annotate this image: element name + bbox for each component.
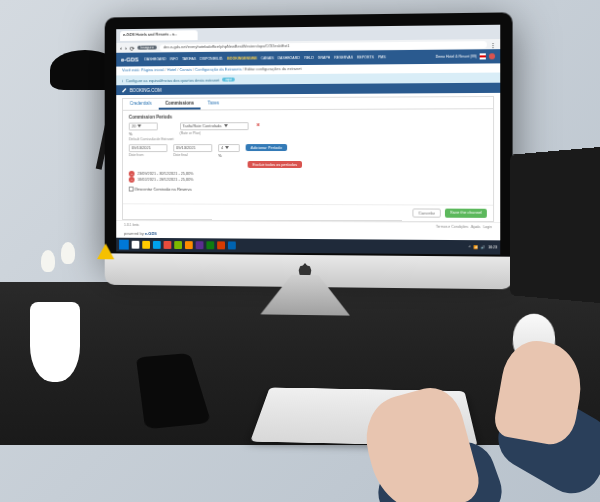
date-from-input[interactable]: 09/13/2021 xyxy=(129,144,168,152)
user-hotel-label[interactable]: Demo Hotel & Resort (99) xyxy=(435,54,476,58)
cancel-button[interactable]: Cancelar xyxy=(412,208,440,217)
period-value-select[interactable]: 4 xyxy=(218,144,240,152)
chevron-down-icon xyxy=(224,125,228,128)
taskbar-icon[interactable] xyxy=(185,241,193,249)
taskbar-icon[interactable] xyxy=(142,241,150,249)
windows-taskbar: ^ 📶 🔊 16:23 xyxy=(116,238,500,255)
chevron-down-icon xyxy=(225,147,229,150)
taskbar-icon[interactable] xyxy=(164,241,172,249)
nav-canais[interactable]: CANAIS xyxy=(261,56,274,60)
remove-period-icon[interactable]: – xyxy=(129,177,135,183)
nav-tarifas[interactable]: TARIFAS xyxy=(182,57,196,61)
info-link[interactable]: aqui xyxy=(222,78,234,82)
nav-pms[interactable]: PMS xyxy=(378,55,386,59)
start-button[interactable] xyxy=(119,240,129,250)
remove-rateplan-icon[interactable]: ✖ xyxy=(254,122,262,127)
discount-checkbox-label: Descontar Comissão na Reserva xyxy=(135,187,192,192)
security-badge[interactable]: Inseguro xyxy=(137,46,156,50)
discount-checkbox[interactable] xyxy=(129,187,134,192)
commission-periods-heading: Commission Periods xyxy=(129,113,487,119)
nav-disponibilidade[interactable]: DISPONIBILID. xyxy=(200,57,224,61)
breadcrumb-canais[interactable]: Canais xyxy=(180,67,192,72)
locale-flag-icon[interactable] xyxy=(480,53,486,59)
tab-commissions[interactable]: Commissions xyxy=(158,99,200,110)
main-nav: DASHBOARD INFO TARIFAS DISPONIBILID. BOO… xyxy=(145,55,430,62)
nav-bookingengine[interactable]: BOOKINGENGINE xyxy=(227,56,257,60)
breadcrumb-current: Editar configurações da extranet xyxy=(245,66,302,71)
brand-logo[interactable]: e-GDS xyxy=(121,57,139,63)
taskbar-icon[interactable] xyxy=(206,241,214,249)
taskbar-icon[interactable] xyxy=(196,241,204,249)
date-to-input[interactable]: 09/13/2021 xyxy=(173,144,212,152)
tab-taxes[interactable]: Taxes xyxy=(201,98,226,109)
info-text: Configure as equivalências dos quartos d… xyxy=(126,77,220,83)
nav-dashboard[interactable]: DASHBOARD xyxy=(145,57,166,61)
period-text: 23/09/2021 - 30/12/2021 - 25,00% xyxy=(137,172,193,176)
rate-plan-hint: (Rate or Plan) xyxy=(180,131,249,135)
commission-panel: Credentials Commissions Taxes Commission… xyxy=(122,96,494,222)
breadcrumb-home[interactable]: Página inicial xyxy=(141,67,164,72)
taskbar-icon[interactable] xyxy=(153,241,161,249)
tab-credentials[interactable]: Credentials xyxy=(123,99,159,110)
nav-yield[interactable]: YIELD xyxy=(304,56,314,60)
clock-time[interactable]: 16:23 xyxy=(488,245,497,249)
date-from-label: Date from xyxy=(129,153,168,157)
pencil-icon xyxy=(122,88,127,93)
nav-reservas[interactable]: RESERVAS xyxy=(334,56,353,60)
version-label: 1.0.1 beta xyxy=(124,223,139,227)
footer-help-link[interactable]: Ajuda xyxy=(471,225,480,229)
nav-dashboard2[interactable]: DASHBOARD xyxy=(278,56,300,60)
nav-info[interactable]: INFO xyxy=(170,57,178,61)
section-header: BOOKING.COM xyxy=(116,83,500,95)
info-icon: i xyxy=(122,78,123,83)
period-row: – 10/02/2021 - 28/12/2021 - 25,00% xyxy=(129,177,487,184)
taskbar-icon[interactable] xyxy=(217,241,225,249)
taskbar-icon[interactable] xyxy=(228,241,236,249)
reload-icon[interactable]: ⟳ xyxy=(130,44,135,51)
nav-fwd-icon[interactable]: › xyxy=(125,45,127,51)
period-text: 10/02/2021 - 28/12/2021 - 25,00% xyxy=(137,178,193,182)
add-period-button[interactable]: Adicionar Período xyxy=(246,144,287,151)
date-to-label: Date final xyxy=(173,153,212,157)
nav-back-icon[interactable]: ‹ xyxy=(120,45,122,51)
breadcrumb-config[interactable]: Configuração da Extranets xyxy=(195,67,241,72)
default-commission-label: Default Comissão de Extranet xyxy=(129,137,174,141)
taskbar-icon[interactable] xyxy=(174,241,182,249)
chevron-down-icon xyxy=(138,125,142,128)
tray-volume-icon[interactable]: 🔊 xyxy=(481,245,485,249)
browser-menu-icon[interactable]: ⋮ xyxy=(490,41,496,48)
breadcrumb-hotel[interactable]: Hotel xyxy=(167,67,176,72)
tray-chevron-icon[interactable]: ^ xyxy=(469,245,471,249)
laptop-prop xyxy=(510,144,600,305)
tray-wifi-icon[interactable]: 📶 xyxy=(474,245,478,249)
nav-graph[interactable]: GRAPH xyxy=(318,56,330,60)
browser-tab[interactable]: e-GDS Hotels and Resorts - a... xyxy=(120,30,198,41)
pct-label2: % xyxy=(218,153,240,158)
breadcrumb-label: Você está: xyxy=(122,67,140,72)
notifications-icon[interactable] xyxy=(489,53,495,59)
section-title: BOOKING.COM xyxy=(130,87,162,92)
save-channel-button[interactable]: Save the channel xyxy=(445,209,487,218)
rate-plan-select[interactable]: Tarifa/Rate Controlada xyxy=(180,122,249,130)
nav-reports[interactable]: REPORTS xyxy=(357,55,374,59)
pct-label: % xyxy=(129,131,174,136)
footer-terms-link[interactable]: Termos e Condições xyxy=(436,225,469,229)
taskbar-icon[interactable] xyxy=(132,241,140,249)
delete-all-periods-button[interactable]: Excluir todos os períodos xyxy=(248,161,302,168)
default-commission-select[interactable]: 20 xyxy=(129,122,158,130)
footer-login-link[interactable]: Login xyxy=(483,225,492,229)
